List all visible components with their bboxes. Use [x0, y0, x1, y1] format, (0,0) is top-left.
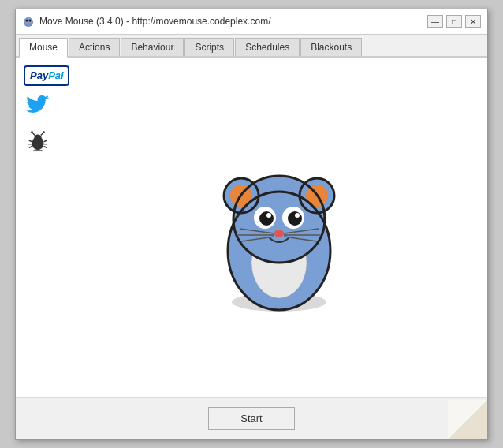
- svg-point-8: [31, 131, 33, 133]
- main-window: Move Mouse (3.4.0) - http://movemouse.co…: [15, 9, 488, 440]
- paypal-pal-text: Pal: [48, 69, 64, 81]
- svg-point-10: [43, 131, 45, 133]
- start-button[interactable]: Start: [208, 407, 294, 430]
- tab-mouse[interactable]: Mouse: [19, 38, 68, 58]
- tab-actions[interactable]: Actions: [69, 38, 120, 56]
- tab-behaviour[interactable]: Behaviour: [121, 38, 184, 56]
- svg-point-34: [274, 230, 284, 237]
- twitter-button[interactable]: [24, 95, 52, 119]
- tab-blackouts[interactable]: Blackouts: [300, 38, 362, 56]
- tab-schedules[interactable]: Schedules: [235, 38, 300, 56]
- title-bar: Move Mouse (3.4.0) - http://movemouse.co…: [16, 9, 487, 35]
- svg-point-1: [24, 17, 32, 25]
- tab-bar: Mouse Actions Behaviour Scripts Schedule…: [16, 35, 487, 58]
- app-icon: [22, 15, 35, 28]
- sidebar: Pay Pal: [24, 65, 79, 389]
- minimize-button[interactable]: —: [427, 15, 443, 28]
- svg-point-31: [288, 211, 302, 226]
- main-content: [79, 65, 479, 389]
- svg-line-13: [29, 146, 32, 147]
- svg-point-3: [29, 20, 32, 22]
- mouse-illustration: [200, 133, 358, 322]
- svg-point-33: [295, 213, 300, 218]
- svg-point-6: [34, 134, 41, 141]
- corner-fold: [448, 400, 487, 439]
- svg-line-14: [44, 140, 47, 142]
- paypal-button[interactable]: Pay Pal: [24, 65, 69, 86]
- bug-button[interactable]: [24, 129, 52, 152]
- content-area: Pay Pal: [16, 58, 487, 397]
- svg-line-11: [29, 140, 32, 142]
- tab-scripts[interactable]: Scripts: [184, 38, 234, 56]
- paypal-pay-text: Pay: [30, 69, 48, 81]
- footer: Start: [16, 397, 487, 439]
- svg-line-16: [44, 146, 47, 147]
- svg-point-2: [26, 20, 28, 22]
- window-controls: — □ ✕: [427, 15, 481, 28]
- window-title: Move Mouse (3.4.0) - http://movemouse.co…: [39, 16, 270, 27]
- close-button[interactable]: ✕: [465, 15, 481, 28]
- svg-point-32: [266, 213, 271, 218]
- maximize-button[interactable]: □: [446, 15, 462, 28]
- svg-point-30: [259, 211, 274, 226]
- svg-point-4: [28, 22, 29, 24]
